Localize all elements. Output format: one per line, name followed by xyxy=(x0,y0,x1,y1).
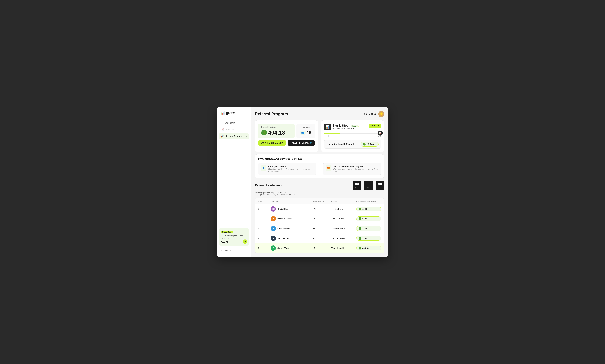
sidebar-item-referral[interactable]: 🚀 Referral Program ∨ xyxy=(219,133,249,139)
main-content: Referral Program Hello, Sadra! 😊 Referra… xyxy=(251,107,388,257)
table-row: 4 JA John Adams 32 Tier VII: Level I 🌿 1… xyxy=(255,234,384,243)
chip-value-5: 404.18 xyxy=(362,247,369,249)
logout-button[interactable]: ↩ Logout xyxy=(219,247,249,253)
chevron-down-icon: ∨ xyxy=(246,135,247,137)
sidebar-bottom: Grass Blog Learn how to optimize your ex… xyxy=(217,228,251,253)
col-earnings: Referral Earnings xyxy=(356,200,381,202)
invite-steps: 👤 Refer your friends Share the link with… xyxy=(258,163,381,175)
reward-value: 20 xyxy=(367,143,369,145)
blog-read-link[interactable]: Read Blog xyxy=(221,241,230,243)
invite-step-1: 👤 Refer your friends Share the link with… xyxy=(258,163,316,175)
twitter-icon: 🐦 xyxy=(310,142,312,144)
earnings-chip-4: 🌿 1200 xyxy=(356,236,381,241)
leaderboard-header: Referral Leaderboard 00 Hour : 00 Min : … xyxy=(255,181,385,190)
logout-icon: ↩ xyxy=(220,249,222,251)
copy-referral-button[interactable]: COPY REFERRAL LINK xyxy=(258,140,286,146)
earnings-value: 🌿 404.18 xyxy=(261,130,291,136)
reward-unit: Points xyxy=(370,143,376,145)
tweet-referral-button[interactable]: TWEET REFERRAL 🐦 xyxy=(288,140,315,146)
avatar-4: JA xyxy=(271,236,276,241)
step2-desc: When your friend sign up on the app, you… xyxy=(333,168,379,173)
tier-badge: Level I xyxy=(351,125,358,127)
reward-coin-icon: 🌿 xyxy=(363,143,366,146)
sidebar-item-label: Statistics xyxy=(226,128,234,131)
countdown-min: 00 xyxy=(366,182,371,186)
col-rank: Rank xyxy=(258,200,271,202)
earnings-chip-2: 🌿 3500 xyxy=(356,216,381,221)
profile-cell-2: PB Phoenix Baker xyxy=(271,216,313,221)
page-title: Referral Program xyxy=(255,112,288,116)
tier-info: 📊 Tier I: Steel Level I Referrals left t… xyxy=(324,124,358,130)
countdown-hour-label: Hour xyxy=(355,187,359,189)
level-1: Tier XI: Level I xyxy=(331,208,356,210)
ranking-note: Ranking updates every 12:00 AM UTC xyxy=(255,191,385,194)
table-row: 2 PB Phoenix Baker 57 Tier X: Level I 🌿 … xyxy=(255,214,384,224)
progress-labels: Level II Level III xyxy=(324,135,381,137)
blog-card: Grass Blog Learn how to optimize your ex… xyxy=(219,228,249,246)
countdown-boxes: 00 Hour : 00 Min : 00 Sec xyxy=(353,181,385,190)
invite-card: Invite friends and grow your earnings. 👤… xyxy=(255,154,385,178)
blog-tag: Grass Blog xyxy=(221,231,233,233)
chip-value-4: 1200 xyxy=(362,237,367,240)
reward-badge: 🌿 20 Points xyxy=(361,142,379,146)
step2-title: Get Grass Points when SignUp xyxy=(333,165,379,168)
chip-coin-4: 🌿 xyxy=(358,237,361,240)
rank-1: 1 xyxy=(258,208,271,210)
chip-coin-1: 🌿 xyxy=(358,208,361,210)
earnings-label: Referral Earnings: xyxy=(261,126,291,128)
countdown-min-label: Min xyxy=(367,187,370,189)
blog-arrow-button[interactable]: ↗ xyxy=(243,239,247,244)
profile-cell-1: OR Olivia Rhye xyxy=(271,206,313,211)
col-level: Level xyxy=(331,200,356,202)
leaderboard-table: Rank Profile Referrals Level Referral Ea… xyxy=(255,198,385,253)
reward-label: Upcoming Level II Reward: xyxy=(327,143,355,145)
table-header: Rank Profile Referrals Level Referral Ea… xyxy=(255,198,384,204)
profile-cell-3: LS Lana Steiner xyxy=(271,226,313,231)
view-all-button[interactable]: View All xyxy=(369,124,381,128)
tier-subtitle: Referrals left to Level II: 3 xyxy=(332,128,358,130)
referrals-3: 34 xyxy=(313,227,331,230)
progress-thumb: 📊 xyxy=(378,131,383,136)
countdown-hour-box: 00 Hour xyxy=(353,181,361,190)
sidebar: 📊 grass ⊞ Dashboard 📈 Statistics 🚀 Refer… xyxy=(217,107,251,257)
tier-icon: 📊 xyxy=(324,124,331,130)
tier-subtitle-text: Referrals left to Level II: xyxy=(332,128,352,130)
profile-cell-4: JA John Adams xyxy=(271,236,313,241)
logo-text: grass xyxy=(226,111,235,115)
progress-fill xyxy=(324,133,340,134)
step1-content: Refer your friends Share the link with y… xyxy=(268,165,314,173)
avatar-2: PB xyxy=(271,216,276,221)
earnings-card: Referral Earnings: 🌿 404.18 Referrals: 👥… xyxy=(255,120,318,152)
progress-section: 📊 Level II Level III xyxy=(324,132,381,138)
sidebar-item-statistics[interactable]: 📈 Statistics xyxy=(219,127,249,133)
tier-name-row: Tier I: Steel Level I xyxy=(332,124,358,127)
level-5: Tier I: Level I xyxy=(331,247,356,249)
sidebar-item-label: Referral Program xyxy=(226,135,242,138)
name-2: Phoenix Baker xyxy=(277,218,291,220)
logout-label: Logout xyxy=(224,249,231,251)
tier-referrals-left: 3 xyxy=(353,128,354,130)
greeting-text: Hello, Sadra! xyxy=(362,113,377,116)
level-3: Tier IX: Level II xyxy=(331,227,356,230)
coin-icon: 🌿 xyxy=(261,130,267,135)
chip-coin-3: 🌿 xyxy=(358,227,361,230)
earnings-chip-5: 🌿 404.18 xyxy=(356,246,381,250)
countdown-dots-1: : xyxy=(362,181,363,190)
col-referrals: Referrals xyxy=(313,200,331,202)
leaderboard-meta: Ranking updates every 12:00 AM UTC Last … xyxy=(255,191,385,196)
page-header: Referral Program Hello, Sadra! 😊 xyxy=(255,111,385,117)
referrals-number: 15 xyxy=(306,130,311,135)
avatar-1: OR xyxy=(271,206,276,211)
countdown-dots-2: : xyxy=(374,181,375,190)
referrals-icon: 👥 xyxy=(300,130,306,135)
earnings-inner: Referral Earnings: 🌿 404.18 Referrals: 👥… xyxy=(258,124,315,138)
blog-description: Learn how to optimize your experience. xyxy=(221,234,247,240)
step2-icon: 🎁 xyxy=(326,165,331,171)
logo-icon: 📊 xyxy=(220,111,225,115)
top-row: Referral Earnings: 🌿 404.18 Referrals: 👥… xyxy=(255,120,385,152)
earnings-number: 404.18 xyxy=(268,130,285,136)
sidebar-item-dashboard[interactable]: ⊞ Dashboard xyxy=(219,120,249,126)
nav-menu: ⊞ Dashboard 📈 Statistics 🚀 Referral Prog… xyxy=(217,120,251,139)
action-buttons: COPY REFERRAL LINK TWEET REFERRAL 🐦 xyxy=(258,140,315,146)
referrals-2: 57 xyxy=(313,218,331,220)
